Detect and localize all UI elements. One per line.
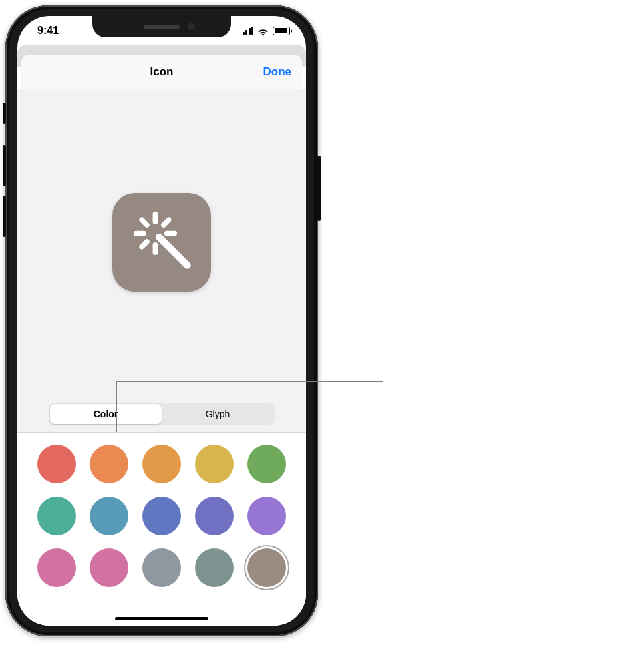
color-swatch-7[interactable] — [142, 497, 181, 535]
color-section — [17, 433, 306, 626]
segment-glyph[interactable]: Glyph — [162, 404, 273, 424]
svg-line-7 — [164, 220, 169, 225]
color-swatch-5[interactable] — [37, 497, 76, 535]
color-swatch-9[interactable] — [247, 497, 286, 535]
battery-icon — [273, 27, 290, 35]
color-swatch-14[interactable] — [247, 548, 286, 587]
cellular-signal-icon — [243, 27, 254, 35]
segment-color[interactable]: Color — [50, 404, 162, 424]
volume-down-button — [3, 196, 6, 237]
icon-preview-area — [17, 89, 306, 395]
screen: 9:41 Icon Done — [17, 16, 306, 626]
color-swatch-10[interactable] — [37, 548, 76, 587]
color-swatch-11[interactable] — [90, 548, 128, 587]
wand-icon — [130, 209, 194, 276]
color-swatch-3[interactable] — [195, 445, 234, 483]
home-indicator[interactable] — [115, 617, 208, 620]
status-bar: 9:41 — [17, 16, 306, 45]
side-button — [317, 156, 321, 221]
done-button[interactable]: Done — [263, 55, 292, 89]
color-swatch-0[interactable] — [37, 445, 76, 483]
segment-row: ColorGlyph — [17, 395, 306, 433]
color-swatch-1[interactable] — [90, 445, 128, 483]
volume-up-button — [3, 145, 6, 186]
color-swatch-4[interactable] — [247, 445, 286, 483]
color-swatch-6[interactable] — [90, 497, 128, 535]
svg-line-4 — [142, 220, 147, 225]
color-palette-grid — [37, 445, 286, 587]
icon-preview-tile — [112, 193, 211, 292]
wifi-icon — [257, 27, 269, 35]
mute-switch — [3, 103, 6, 124]
status-right — [243, 27, 291, 35]
color-swatch-8[interactable] — [195, 497, 234, 535]
status-time: 9:41 — [37, 25, 59, 37]
svg-line-6 — [142, 242, 147, 247]
page-title: Icon — [150, 65, 174, 79]
iphone-frame: 9:41 Icon Done — [5, 5, 318, 636]
color-glyph-segmented-control[interactable]: ColorGlyph — [49, 403, 275, 425]
nav-bar: Icon Done — [21, 55, 302, 89]
color-swatch-13[interactable] — [195, 548, 234, 587]
svg-line-8 — [159, 237, 187, 265]
color-swatch-12[interactable] — [142, 548, 181, 587]
color-swatch-2[interactable] — [142, 445, 181, 483]
